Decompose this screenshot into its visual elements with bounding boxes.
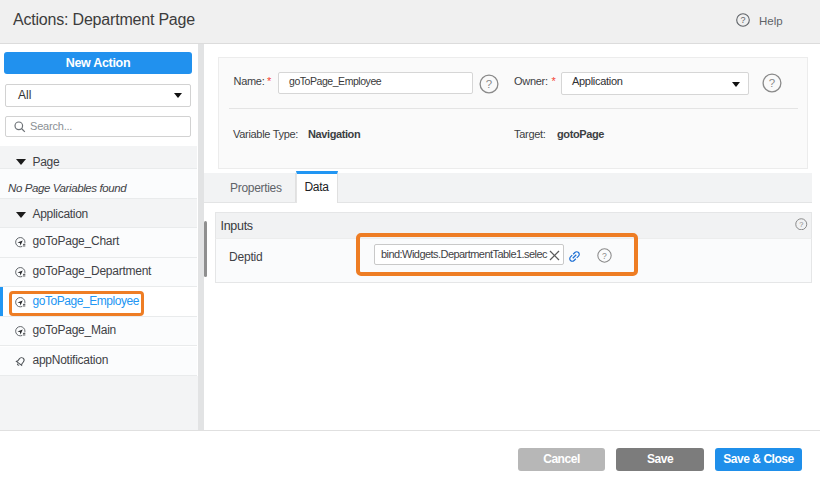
svg-text:?: ? bbox=[602, 251, 607, 261]
svg-text:?: ? bbox=[740, 15, 745, 25]
svg-text:?: ? bbox=[799, 219, 803, 228]
svg-text:?: ? bbox=[769, 77, 775, 89]
svg-text:?: ? bbox=[486, 78, 492, 90]
